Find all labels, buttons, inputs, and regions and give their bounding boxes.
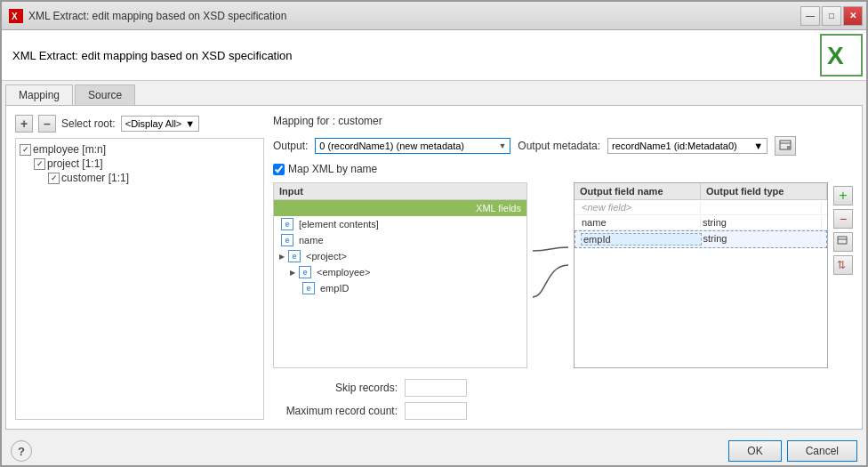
customer-checkbox[interactable]	[48, 173, 60, 184]
output-table-header: Output field name Output field type	[575, 183, 827, 200]
side-buttons: + − ⇅	[833, 182, 853, 368]
tree-toolbar: + – Select root: <Display All> ▼	[15, 115, 264, 133]
bottom-fields: Skip records: Maximum record count:	[273, 375, 853, 420]
output-value: 0 (recordName1) (new metadata)	[319, 141, 464, 151]
select-root-label: Select root:	[61, 117, 116, 130]
mapping-for-label: Mapping for : customer	[273, 115, 853, 127]
list-item[interactable]: customer [1:1]	[48, 171, 260, 185]
skip-records-label: Skip records:	[273, 382, 398, 394]
app-logo: X	[820, 34, 863, 76]
list-item[interactable]: e [element contents]	[274, 216, 526, 232]
tab-mapping[interactable]: Mapping	[5, 85, 73, 106]
svg-text:⇅: ⇅	[837, 259, 846, 271]
list-item[interactable]: <new field>	[575, 200, 827, 215]
output-field-name-header: Output field name	[575, 183, 701, 199]
left-panel: + – Select root: <Display All> ▼ employe…	[15, 115, 264, 420]
map-xml-checkbox[interactable]	[273, 164, 285, 175]
window-controls: — □ ✕	[800, 6, 863, 26]
element-icon: e	[288, 250, 301, 262]
customer-label: customer [1:1]	[61, 172, 129, 184]
output-empid-type: string	[702, 233, 822, 246]
input-table-header: Input	[274, 183, 526, 200]
select-root-value: <Display All>	[125, 118, 182, 129]
new-field-type	[701, 202, 822, 213]
help-button[interactable]: ?	[11, 440, 32, 462]
list-item[interactable]: name string	[575, 215, 827, 230]
add-output-field-button[interactable]: +	[833, 186, 853, 205]
output-name-value: name	[580, 217, 701, 228]
list-item[interactable]: project [1:1]	[34, 157, 260, 171]
metadata-combo[interactable]: recordName1 (id:Metadata0) ▼	[607, 138, 768, 154]
metadata-edit-button[interactable]	[775, 136, 796, 156]
expand-icon[interactable]: ▶	[277, 252, 286, 261]
metadata-value: recordName1 (id:Metadata0)	[612, 141, 737, 151]
select-root-arrow: ▼	[185, 118, 195, 129]
list-item[interactable]: e name	[274, 232, 526, 248]
maximize-button[interactable]: □	[822, 6, 841, 26]
employee-checkbox[interactable]	[20, 144, 31, 156]
remove-tree-button[interactable]: –	[38, 115, 56, 133]
input-row-label: <project>	[306, 251, 347, 262]
input-row-label: <employee>	[317, 267, 371, 278]
input-row-label: name	[299, 235, 324, 246]
svg-rect-6	[787, 146, 791, 149]
reorder-button[interactable]: ⇅	[833, 255, 853, 275]
input-table: Input XML fields e [element contents] e …	[273, 182, 527, 368]
element-icon: e	[281, 234, 293, 246]
tab-bar: Mapping Source	[5, 85, 863, 106]
metadata-arrow-icon: ▼	[753, 141, 763, 151]
mapping-lines-svg	[533, 205, 568, 347]
output-combo[interactable]: 0 (recordName1) (new metadata) ▼	[315, 138, 510, 154]
output-field-type-header: Output field type	[701, 183, 827, 199]
window-icon: X	[9, 9, 23, 23]
list-item[interactable]: ▶ e <project>	[274, 248, 526, 264]
output-metadata-label: Output metadata:	[518, 140, 600, 152]
mapping-table-area: Input XML fields e [element contents] e …	[273, 182, 853, 368]
output-arrow-icon: ▼	[498, 141, 506, 150]
remove-output-field-button[interactable]: −	[833, 209, 853, 229]
title-bar: X XML Extract: edit mapping based on XSD…	[2, 2, 866, 30]
output-table: Output field name Output field type <new…	[574, 182, 828, 368]
max-record-row: Maximum record count:	[273, 402, 853, 420]
element-icon: e	[299, 266, 311, 278]
map-xml-row: Map XML by name	[273, 163, 853, 175]
output-empid-value: empId	[581, 233, 702, 246]
max-record-input[interactable]	[405, 402, 467, 420]
connector-area	[533, 182, 568, 368]
add-tree-button[interactable]: +	[15, 115, 33, 133]
svg-text:X: X	[12, 12, 18, 21]
cancel-button[interactable]: Cancel	[787, 440, 857, 462]
output-label: Output:	[273, 140, 308, 152]
main-panel: + – Select root: <Display All> ▼ employe…	[5, 105, 863, 430]
minimize-button[interactable]: —	[800, 6, 820, 26]
output-name-type: string	[701, 217, 822, 228]
dialog-title: XML Extract: edit mapping based on XSD s…	[2, 44, 303, 68]
list-item[interactable]: ▶ e <employee>	[274, 264, 526, 280]
dialog-footer: ? OK Cancel	[2, 433, 866, 465]
input-row-label: [element contents]	[299, 219, 379, 229]
input-row-label: empID	[320, 283, 349, 294]
footer-buttons: OK Cancel	[728, 440, 857, 462]
xml-fields-header: XML fields	[274, 200, 526, 216]
ok-button[interactable]: OK	[728, 440, 781, 462]
list-item[interactable]: employee [m:n]	[20, 142, 260, 157]
map-xml-label: Map XML by name	[288, 163, 377, 175]
skip-records-input[interactable]	[405, 379, 467, 397]
select-root-combo[interactable]: <Display All> ▼	[121, 116, 199, 132]
window-title: XML Extract: edit mapping based on XSD s…	[28, 10, 286, 22]
project-checkbox[interactable]	[34, 158, 45, 170]
list-item[interactable]: e empID	[274, 280, 526, 296]
skip-records-row: Skip records:	[273, 379, 853, 397]
list-item[interactable]: empId string	[575, 230, 827, 248]
output-row: Output: 0 (recordName1) (new metadata) ▼…	[273, 136, 853, 156]
element-icon: e	[281, 218, 293, 230]
tree-area[interactable]: employee [m:n] project [1:1] customer [1…	[15, 138, 264, 420]
right-panel: Mapping for : customer Output: 0 (record…	[273, 115, 853, 420]
edit-output-field-button[interactable]	[833, 232, 853, 252]
tab-source[interactable]: Source	[75, 85, 135, 106]
max-record-label: Maximum record count:	[273, 405, 398, 417]
expand-icon[interactable]: ▶	[288, 268, 297, 277]
close-button[interactable]: ✕	[843, 6, 863, 26]
main-window: X XML Extract: edit mapping based on XSD…	[0, 0, 868, 467]
element-icon: e	[302, 282, 315, 294]
